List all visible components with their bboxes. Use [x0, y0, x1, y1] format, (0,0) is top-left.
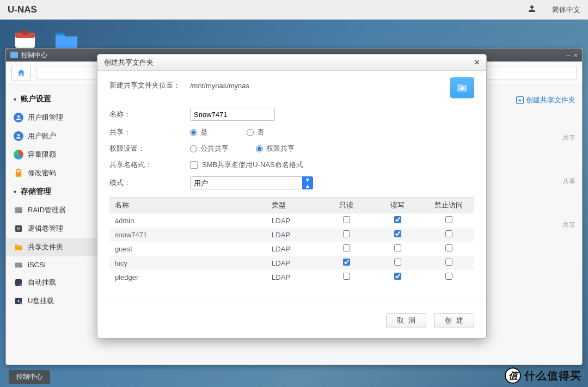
sidebar-item-label: 容量限额 [28, 150, 56, 159]
readwrite-checkbox[interactable] [394, 273, 401, 280]
name-label: 名称： [109, 109, 180, 119]
readonly-checkbox[interactable] [343, 230, 350, 237]
home-button[interactable] [11, 65, 31, 81]
deny-checkbox[interactable] [445, 230, 452, 237]
watermark: 值 什么值得买 [505, 367, 581, 384]
readwrite-checkbox[interactable] [394, 259, 401, 266]
sidebar-item-label: 自动挂载 [28, 278, 56, 287]
deny-checkbox[interactable] [445, 273, 452, 280]
svg-point-12 [20, 284, 22, 286]
bg-text: 共享 [562, 177, 575, 186]
sidebar-item-password[interactable]: 修改密码 [6, 164, 97, 182]
users-icon [14, 113, 23, 122]
sidebar-item-label: U盘挂载 [28, 296, 54, 306]
readonly-checkbox[interactable] [343, 259, 350, 266]
bg-text: 共享 [562, 133, 575, 143]
sidebar-item-label: 用户组管理 [28, 113, 63, 122]
folder-icon [14, 242, 23, 252]
col-readonly: 只读 [321, 198, 372, 213]
readonly-checkbox[interactable] [343, 216, 350, 223]
cell-type: LDAP [266, 270, 321, 284]
table-row: guest LDAP [109, 242, 474, 256]
create-shared-folder-link[interactable]: + 创建共享文件夹 [516, 95, 575, 105]
desktop-folder-icon[interactable] [53, 28, 79, 50]
sidebar-item-iscsi[interactable]: iSCSI [6, 256, 97, 273]
svg-point-10 [20, 265, 22, 267]
cancel-button[interactable]: 取消 [386, 313, 426, 328]
lock-icon [14, 168, 23, 178]
name-input[interactable] [190, 108, 275, 121]
col-readwrite: 读写 [372, 198, 423, 213]
desktop-app-icon[interactable] [12, 28, 38, 50]
automount-icon [14, 278, 23, 287]
sidebar-item-label: 修改密码 [28, 168, 56, 178]
perm-public-radio[interactable]: 公共共享 [190, 144, 229, 153]
svg-point-15 [20, 302, 22, 305]
readonly-checkbox[interactable] [343, 244, 350, 251]
svg-point-4 [17, 134, 20, 136]
sidebar-item-quota[interactable]: 容量限额 [6, 145, 97, 164]
window-icon [10, 52, 18, 58]
sidebar-item-label: 逻辑卷管理 [28, 224, 63, 234]
sidebar-item-sharedfolder[interactable]: 共享文件夹 [6, 238, 97, 256]
topbar: U-NAS 简体中文 [0, 0, 588, 20]
sidebar-item-raid[interactable]: RAID管理器 [6, 201, 97, 219]
close-icon[interactable]: × [474, 57, 480, 68]
sidebar-item-usbmount[interactable]: U盘挂载 [6, 292, 97, 310]
add-folder-button[interactable] [450, 77, 474, 98]
sidebar-section-account[interactable]: 账户设置 [6, 90, 97, 108]
deny-checkbox[interactable] [445, 244, 452, 251]
taskbar: 控制中心 [9, 370, 50, 384]
deny-checkbox[interactable] [445, 216, 452, 223]
dialog-title: 创建共享文件夹 [104, 58, 154, 67]
mode-select[interactable]: 用户 ▼▲ [190, 176, 313, 189]
permission-table: 名称 类型 只读 读写 禁止访问 admin LDAP snow7471 LDA… [109, 197, 474, 284]
cell-name: lucy [109, 256, 266, 270]
svg-point-14 [18, 300, 20, 302]
window-title: 控制中心 [21, 51, 47, 60]
cell-name: pledger [109, 270, 266, 284]
deny-checkbox[interactable] [445, 259, 452, 266]
window-minimize-icon[interactable]: – [566, 51, 570, 59]
perm-private-radio[interactable]: 权限共享 [256, 144, 295, 153]
format-checkbox[interactable] [190, 161, 198, 169]
usb-icon [14, 296, 23, 306]
bg-text: 共享 [562, 220, 575, 230]
sidebar-item-usergroup[interactable]: 用户组管理 [6, 108, 97, 127]
create-button[interactable]: 创建 [434, 313, 474, 328]
cell-name: guest [109, 242, 266, 256]
iscsi-icon [14, 260, 23, 270]
window-close-icon[interactable]: × [573, 51, 578, 59]
sidebar: 账户设置 用户组管理 用户账户 容量限额 修改密码 存储管理 [6, 84, 97, 365]
plus-icon: + [516, 96, 524, 104]
cell-type: LDAP [266, 213, 321, 228]
language-selector[interactable]: 简体中文 [552, 5, 580, 15]
readonly-checkbox[interactable] [343, 273, 350, 280]
format-label: 共享名格式： [109, 160, 180, 170]
readwrite-checkbox[interactable] [394, 216, 401, 223]
svg-point-6 [20, 211, 22, 213]
share-yes-radio[interactable]: 是 [190, 127, 207, 137]
sidebar-item-lvm[interactable]: 逻辑卷管理 [6, 219, 97, 238]
user-icon[interactable] [527, 4, 537, 16]
cell-type: LDAP [266, 242, 321, 256]
table-row: pledger LDAP [109, 270, 474, 284]
share-no-radio[interactable]: 否 [247, 127, 264, 137]
dialog-titlebar[interactable]: 创建共享文件夹 × [97, 54, 486, 71]
readwrite-checkbox[interactable] [394, 230, 401, 237]
taskbar-item[interactable]: 控制中心 [9, 370, 50, 384]
readwrite-checkbox[interactable] [394, 244, 401, 251]
sidebar-section-storage[interactable]: 存储管理 [6, 182, 97, 201]
path-label: 新建共享文件夹位置： [109, 81, 180, 90]
volume-icon [14, 224, 23, 234]
watermark-text: 什么值得买 [524, 368, 581, 383]
col-type: 类型 [266, 198, 321, 213]
permission-label: 权限设置： [109, 144, 180, 153]
sidebar-item-automount[interactable]: 自动挂载 [6, 273, 97, 292]
svg-point-3 [17, 115, 20, 118]
create-folder-dialog: 创建共享文件夹 × 新建共享文件夹位置： /mnt/mynas/mynas 名称… [97, 54, 487, 339]
raid-icon [14, 205, 23, 215]
table-row: snow7471 LDAP [109, 228, 474, 242]
sidebar-item-useraccount[interactable]: 用户账户 [6, 127, 97, 145]
sidebar-item-label: 用户账户 [28, 131, 56, 141]
